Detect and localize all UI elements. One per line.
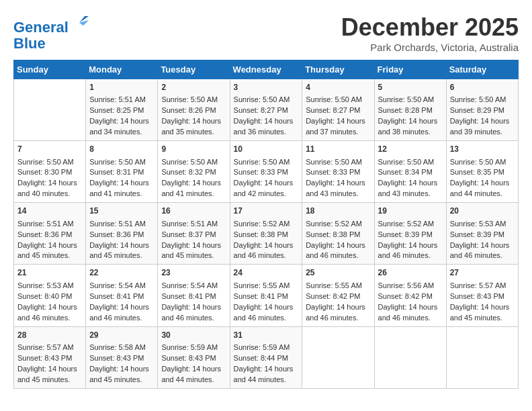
day-info-line: Sunrise: 5:50 AM: [306, 95, 370, 105]
day-info-line: Sunrise: 5:50 AM: [450, 95, 515, 105]
day-info-line: Daylight: 14 hours: [89, 116, 154, 127]
day-info-line: Sunset: 8:37 PM: [161, 230, 226, 240]
day-info-line: Daylight: 14 hours: [234, 116, 299, 127]
day-number: 9: [161, 144, 226, 155]
svg-marker-1: [79, 20, 89, 26]
calendar-cell: 12Sunrise: 5:50 AMSunset: 8:34 PMDayligh…: [374, 141, 446, 203]
day-info-line: Sunset: 8:42 PM: [378, 291, 443, 302]
day-info-line: and 45 minutes.: [450, 313, 515, 324]
day-info-line: Sunrise: 5:54 AM: [161, 281, 226, 291]
calendar-cell: 11Sunrise: 5:50 AMSunset: 8:33 PMDayligh…: [302, 141, 374, 203]
day-number: 31: [234, 330, 299, 341]
day-number: 2: [161, 82, 226, 93]
calendar-cell: 17Sunrise: 5:52 AMSunset: 8:38 PMDayligh…: [230, 203, 302, 265]
day-info-line: Sunset: 8:43 PM: [161, 353, 226, 364]
calendar-cell: 16Sunrise: 5:51 AMSunset: 8:37 PMDayligh…: [158, 203, 230, 265]
day-info-line: Sunrise: 5:55 AM: [234, 281, 299, 291]
page-header: General Blue December 2025 Park Orchards…: [13, 13, 519, 53]
day-info-line: Sunset: 8:30 PM: [17, 167, 82, 178]
day-number: 29: [89, 330, 154, 341]
day-info-line: Sunrise: 5:59 AM: [161, 342, 226, 353]
title-block: December 2025 Park Orchards, Victoria, A…: [341, 13, 519, 53]
day-number: 4: [306, 82, 370, 93]
day-info-line: Sunrise: 5:50 AM: [234, 95, 299, 105]
day-info-line: Sunset: 8:43 PM: [89, 353, 154, 364]
day-info-line: Sunset: 8:36 PM: [17, 230, 82, 240]
day-info-line: and 46 minutes.: [378, 250, 443, 261]
day-info-line: Sunrise: 5:55 AM: [306, 281, 370, 291]
day-info-line: Sunrise: 5:51 AM: [89, 95, 154, 105]
day-info-line: Sunset: 8:39 PM: [450, 230, 515, 240]
day-info-line: Sunset: 8:42 PM: [306, 291, 370, 302]
day-number: 24: [234, 267, 299, 279]
calendar-cell: 13Sunrise: 5:50 AMSunset: 8:35 PMDayligh…: [446, 141, 518, 203]
day-number: 22: [89, 267, 154, 279]
calendar-week-row: 28Sunrise: 5:57 AMSunset: 8:43 PMDayligh…: [14, 326, 519, 388]
day-info-line: Daylight: 14 hours: [234, 364, 299, 375]
day-info-line: and 36 minutes.: [234, 127, 299, 138]
day-number: 14: [17, 205, 82, 217]
location-subtitle: Park Orchards, Victoria, Australia: [341, 42, 519, 53]
day-info-line: Daylight: 14 hours: [306, 116, 370, 127]
weekday-header: Tuesday: [158, 60, 230, 79]
day-info-line: Sunset: 8:25 PM: [89, 105, 154, 116]
day-number: 8: [89, 144, 154, 155]
day-info-line: and 37 minutes.: [306, 127, 370, 138]
day-info-line: Daylight: 14 hours: [306, 178, 370, 189]
day-info-line: Sunrise: 5:50 AM: [89, 157, 154, 168]
calendar-cell: 9Sunrise: 5:50 AMSunset: 8:32 PMDaylight…: [158, 141, 230, 203]
day-info-line: Sunset: 8:27 PM: [234, 105, 299, 116]
calendar-cell: 2Sunrise: 5:50 AMSunset: 8:26 PMDaylight…: [158, 79, 230, 141]
day-info-line: and 46 minutes.: [306, 250, 370, 261]
day-info-line: Sunrise: 5:56 AM: [378, 281, 443, 291]
day-info-line: and 41 minutes.: [89, 189, 154, 199]
day-number: 6: [450, 82, 515, 93]
day-info-line: and 45 minutes.: [161, 250, 226, 261]
day-number: 1: [89, 82, 154, 93]
day-number: 21: [17, 267, 82, 279]
calendar-cell: 15Sunrise: 5:51 AMSunset: 8:36 PMDayligh…: [86, 203, 158, 265]
day-info-line: and 45 minutes.: [17, 250, 82, 261]
day-info-line: Daylight: 14 hours: [161, 178, 226, 189]
day-info-line: Daylight: 14 hours: [234, 240, 299, 251]
day-info-line: Daylight: 14 hours: [161, 240, 226, 251]
day-info-line: Daylight: 14 hours: [306, 302, 370, 313]
day-number: 18: [306, 205, 370, 217]
calendar-cell: 6Sunrise: 5:50 AMSunset: 8:29 PMDaylight…: [446, 79, 518, 141]
day-info-line: Sunset: 8:40 PM: [17, 291, 82, 302]
day-info-line: Sunrise: 5:58 AM: [89, 342, 154, 353]
day-info-line: Sunrise: 5:50 AM: [450, 157, 515, 168]
day-info-line: Daylight: 14 hours: [161, 116, 226, 127]
calendar-week-row: 21Sunrise: 5:53 AMSunset: 8:40 PMDayligh…: [14, 265, 519, 326]
calendar-cell: 19Sunrise: 5:52 AMSunset: 8:39 PMDayligh…: [374, 203, 446, 265]
day-info-line: Daylight: 14 hours: [17, 178, 82, 189]
calendar-cell: 31Sunrise: 5:59 AMSunset: 8:44 PMDayligh…: [230, 326, 302, 388]
calendar-cell: 8Sunrise: 5:50 AMSunset: 8:31 PMDaylight…: [86, 141, 158, 203]
day-info-line: and 45 minutes.: [89, 375, 154, 385]
calendar-cell: 7Sunrise: 5:50 AMSunset: 8:30 PMDaylight…: [14, 141, 86, 203]
weekday-header-row: SundayMondayTuesdayWednesdayThursdayFrid…: [14, 60, 519, 79]
day-info-line: and 38 minutes.: [378, 127, 443, 138]
calendar-cell: 30Sunrise: 5:59 AMSunset: 8:43 PMDayligh…: [158, 326, 230, 388]
day-info-line: Daylight: 14 hours: [450, 240, 515, 251]
weekday-header: Saturday: [446, 60, 518, 79]
day-info-line: Daylight: 14 hours: [17, 364, 82, 375]
calendar-cell: [374, 326, 446, 388]
day-info-line: Sunrise: 5:50 AM: [306, 157, 370, 168]
day-info-line: Daylight: 14 hours: [89, 240, 154, 251]
day-number: 20: [450, 205, 515, 217]
day-info-line: and 46 minutes.: [306, 313, 370, 324]
day-info-line: Sunset: 8:31 PM: [89, 167, 154, 178]
day-info-line: and 34 minutes.: [89, 127, 154, 138]
calendar-cell: 22Sunrise: 5:54 AMSunset: 8:41 PMDayligh…: [86, 265, 158, 326]
day-info-line: Sunset: 8:44 PM: [234, 353, 299, 364]
day-number: 17: [234, 205, 299, 217]
day-info-line: Daylight: 14 hours: [17, 240, 82, 251]
day-number: 13: [450, 144, 515, 155]
day-number: 5: [378, 82, 443, 93]
day-info-line: Sunset: 8:27 PM: [306, 105, 370, 116]
day-info-line: and 46 minutes.: [17, 313, 82, 324]
day-info-line: Daylight: 14 hours: [306, 240, 370, 251]
calendar-cell: 28Sunrise: 5:57 AMSunset: 8:43 PMDayligh…: [14, 326, 86, 388]
day-info-line: and 35 minutes.: [161, 127, 226, 138]
